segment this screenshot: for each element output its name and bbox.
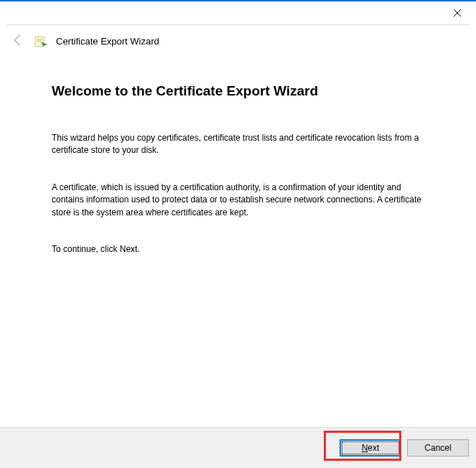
wizard-header: Certificate Export Wizard [0,25,476,57]
wizard-content: Welcome to the Certificate Export Wizard… [0,57,476,256]
titlebar [0,1,476,24]
cancel-button[interactable]: Cancel [407,439,469,457]
wizard-footer: Next Cancel [0,428,476,468]
back-arrow-icon [10,32,26,50]
close-button[interactable] [443,3,472,23]
continue-hint: To continue, click Next. [52,243,425,256]
close-icon [453,9,462,17]
wizard-window: Certificate Export Wizard Welcome to the… [0,0,476,468]
certificate-icon [34,35,47,48]
page-heading: Welcome to the Certificate Export Wizard [52,83,433,99]
wizard-title: Certificate Export Wizard [56,36,159,47]
next-button[interactable]: Next [340,439,401,457]
intro-paragraph-1: This wizard helps you copy certificates,… [52,132,425,157]
intro-paragraph-2: A certificate, which is issued by a cert… [52,182,425,219]
